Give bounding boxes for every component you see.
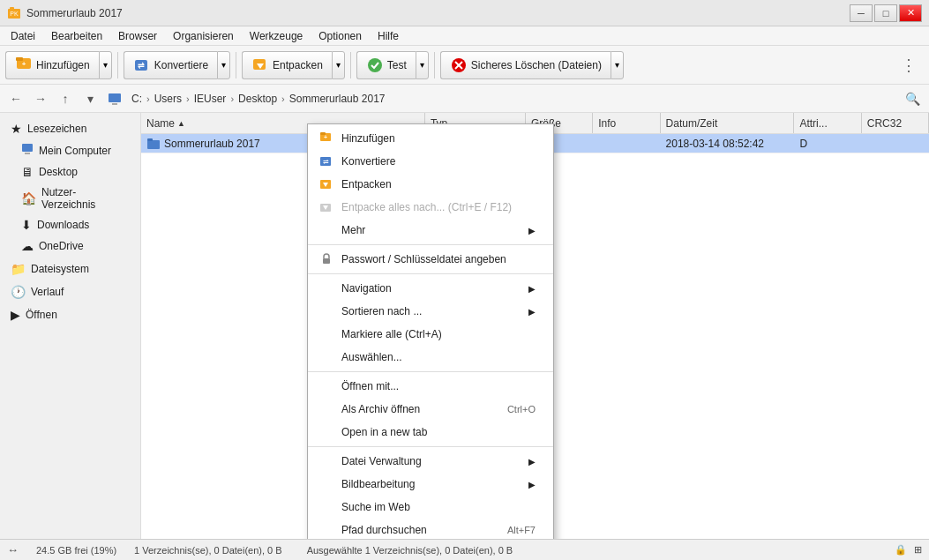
nav-dropdown-button[interactable]: ▾: [79, 88, 101, 109]
ctx-entpacke-alles[interactable]: Entpacke alles nach... (Ctrl+E / F12): [308, 196, 553, 219]
ctx-navigation[interactable]: Navigation ▶: [308, 277, 553, 300]
menu-optionen[interactable]: Optionen: [311, 28, 369, 44]
add-dropdown[interactable]: ▾: [99, 51, 112, 79]
toolbar-more[interactable]: ⋮: [894, 52, 924, 78]
sidebar-item-offnen[interactable]: ▶ Öffnen: [0, 304, 140, 325]
ctx-markiere-alle[interactable]: Markiere alle (Ctrl+A): [308, 323, 553, 346]
sidebar-label-onedrive: OneDrive: [39, 240, 84, 252]
sidebar-item-mein-computer[interactable]: Mein Computer: [0, 139, 140, 161]
sidebar-label-desktop: Desktop: [39, 166, 78, 178]
ctx-als-archiv[interactable]: Als Archiv öffnen Ctrl+O: [308, 398, 553, 421]
ctx-mehr-arrow: ▶: [528, 226, 536, 235]
ctx-auswahlen-label: Auswählen...: [341, 351, 402, 363]
search-area[interactable]: 🔍: [902, 92, 924, 106]
menu-hilfe[interactable]: Hilfe: [371, 28, 406, 44]
menu-bearbeiten[interactable]: Bearbeiten: [44, 28, 109, 44]
sidebar-item-desktop[interactable]: 🖥 Desktop: [0, 161, 140, 183]
ctx-auswahlen[interactable]: Auswählen...: [308, 346, 553, 369]
search-icon[interactable]: 🔍: [902, 88, 924, 109]
svg-text:⇌: ⇌: [138, 61, 145, 70]
ctx-offnen-mit[interactable]: Öffnen mit...: [308, 375, 553, 398]
ctx-bildbearbeitung[interactable]: Bildbearbeitung ▶: [308, 473, 553, 496]
ctx-passwort[interactable]: Passwort / Schlüsseldatei angeben: [308, 248, 553, 271]
file-attr: D: [794, 134, 861, 153]
ctx-extract-icon: [318, 176, 334, 192]
main-layout: ★ Lesezeichen Mein Computer 🖥 Desktop 🏠 …: [0, 113, 929, 539]
breadcrumb-ieuser[interactable]: IEUser: [191, 91, 229, 107]
extract-button[interactable]: Entpacken: [242, 51, 332, 79]
history-icon: 🕐: [11, 285, 26, 299]
col-header-date[interactable]: Datum/Zeit: [661, 113, 795, 133]
convert-dropdown[interactable]: ▾: [217, 51, 230, 79]
col-header-info[interactable]: Info: [593, 113, 660, 133]
play-icon: ▶: [11, 308, 20, 322]
ctx-mehr[interactable]: Mehr ▶: [308, 219, 553, 242]
selected-info: 1 Verzeichnis(se), 0 Datei(en), 0 B: [134, 545, 282, 556]
ctx-datei-verwaltung-label: Datei Verwaltung: [341, 455, 422, 467]
sidebar-label-mein-computer: Mein Computer: [39, 145, 111, 157]
sidebar-item-downloads[interactable]: ⬇ Downloads: [0, 214, 140, 235]
ctx-pfad-durchsuchen[interactable]: Pfad durchsuchen Alt+F7: [308, 519, 553, 539]
sidebar-item-onedrive[interactable]: ☁ OneDrive: [0, 235, 140, 257]
view-icon[interactable]: ⊞: [914, 544, 922, 556]
convert-button[interactable]: ⇌ Konvertiere: [124, 51, 217, 79]
sidebar-item-dateisystem[interactable]: 📁 Dateisystem: [0, 258, 140, 280]
col-header-crc[interactable]: CRC32: [862, 113, 929, 133]
breadcrumb-current[interactable]: Sommerurlaub 2017: [287, 91, 388, 107]
sidebar-item-verlauf[interactable]: 🕐 Verlauf: [0, 281, 140, 302]
up-button[interactable]: ↑: [55, 88, 76, 109]
ctx-navigation-label: Navigation: [341, 282, 392, 295]
menu-organisieren[interactable]: Organisieren: [166, 28, 241, 44]
back-button[interactable]: ←: [5, 88, 26, 109]
computer-icon-button[interactable]: [104, 88, 125, 109]
forward-button[interactable]: →: [30, 88, 51, 109]
sidebar-label-dateisystem: Dateisystem: [31, 263, 89, 275]
ctx-suche-web[interactable]: Suche im Web: [308, 496, 553, 519]
test-dropdown[interactable]: ▾: [416, 51, 429, 79]
maximize-button[interactable]: □: [874, 4, 897, 22]
delete-dropdown[interactable]: ▾: [611, 51, 624, 79]
menu-werkzeuge[interactable]: Werkzeuge: [243, 28, 310, 44]
extract-toolbar-group: Entpacken ▾: [242, 51, 345, 79]
delete-button[interactable]: Sicheres Löschen (Dateien): [440, 51, 611, 79]
lock-icon: 🔒: [895, 544, 907, 556]
breadcrumb-users[interactable]: Users: [152, 91, 184, 107]
ctx-hinzufugen-label: Hinzufügen: [341, 132, 395, 145]
ctx-sortieren-label: Sortieren nach ...: [341, 305, 422, 317]
folder-file-icon: [146, 137, 161, 151]
extract-dropdown[interactable]: ▾: [332, 51, 345, 79]
sidebar-item-nutzer-verzeichnis[interactable]: 🏠 Nutzer-Verzeichnis: [0, 183, 140, 214]
add-button[interactable]: + Hinzufügen: [5, 51, 99, 79]
close-button[interactable]: ✕: [899, 4, 922, 22]
menu-bar: Datei Bearbeiten Browser Organisieren We…: [0, 26, 929, 46]
free-space: 24.5 GB frei (19%): [36, 545, 116, 556]
ctx-datei-verwaltung[interactable]: Datei Verwaltung ▶: [308, 450, 553, 473]
extract-label: Entpacken: [273, 59, 323, 71]
svg-rect-29: [323, 258, 330, 264]
col-header-attr[interactable]: Attri...: [794, 113, 861, 133]
ctx-add-icon: +: [318, 131, 334, 146]
minimize-button[interactable]: ─: [850, 4, 873, 22]
ctx-open-new-tab[interactable]: Open in a new tab: [308, 421, 553, 444]
ctx-sortieren-arrow: ▶: [528, 307, 536, 317]
svg-rect-18: [147, 140, 160, 149]
file-crc: [862, 134, 929, 153]
ctx-lock-icon: [318, 251, 334, 267]
ctx-pfad-durchsuchen-label: Pfad durchsuchen: [341, 524, 427, 536]
ctx-hinzufugen[interactable]: + Hinzufügen: [308, 127, 553, 150]
ctx-entpacken[interactable]: Entpacken: [308, 173, 553, 196]
breadcrumb-c[interactable]: C:: [129, 91, 145, 107]
menu-datei[interactable]: Datei: [4, 28, 42, 44]
sidebar-item-lesezeichen[interactable]: ★ Lesezeichen: [0, 118, 140, 139]
home-icon: 🏠: [21, 191, 36, 205]
test-button[interactable]: Test: [356, 51, 416, 79]
ctx-navigation-arrow: ▶: [528, 284, 536, 294]
title-bar: PK Sommerurlaub 2017 ─ □ ✕: [0, 0, 929, 26]
sidebar-label-downloads: Downloads: [37, 219, 89, 231]
ctx-sortieren[interactable]: Sortieren nach ... ▶: [308, 300, 553, 323]
ctx-als-archiv-label: Als Archiv öffnen: [341, 403, 420, 415]
test-label: Test: [387, 59, 407, 71]
menu-browser[interactable]: Browser: [111, 28, 164, 44]
breadcrumb-desktop[interactable]: Desktop: [236, 91, 280, 107]
ctx-konvertiere[interactable]: ⇌ Konvertiere: [308, 150, 553, 173]
